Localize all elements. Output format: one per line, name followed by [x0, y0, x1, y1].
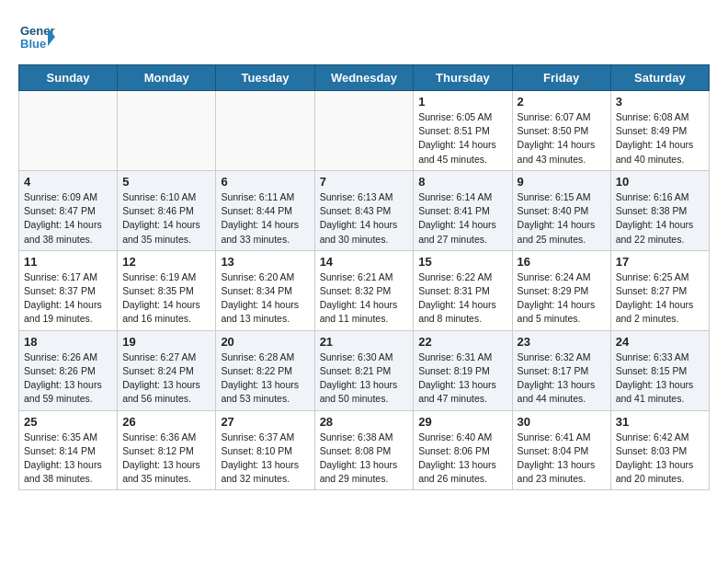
week-row-1: 1Sunrise: 6:05 AM Sunset: 8:51 PM Daylig…: [19, 91, 710, 171]
calendar-cell: [314, 91, 414, 171]
day-info: Sunrise: 6:15 AM Sunset: 8:40 PM Dayligh…: [518, 190, 606, 247]
calendar-cell: 20Sunrise: 6:28 AM Sunset: 8:22 PM Dayli…: [216, 330, 314, 410]
calendar-cell: 30Sunrise: 6:41 AM Sunset: 8:04 PM Dayli…: [512, 410, 610, 490]
week-row-3: 11Sunrise: 6:17 AM Sunset: 8:37 PM Dayli…: [19, 250, 710, 330]
calendar-cell: 14Sunrise: 6:21 AM Sunset: 8:32 PM Dayli…: [314, 250, 414, 330]
calendar-cell: 5Sunrise: 6:10 AM Sunset: 8:46 PM Daylig…: [118, 170, 216, 250]
day-number: 7: [320, 175, 409, 189]
day-number: 31: [616, 415, 704, 429]
calendar-cell: [216, 91, 314, 171]
day-number: 28: [320, 415, 409, 429]
calendar-cell: 25Sunrise: 6:35 AM Sunset: 8:14 PM Dayli…: [19, 410, 118, 490]
day-info: Sunrise: 6:08 AM Sunset: 8:49 PM Dayligh…: [616, 110, 704, 167]
calendar-cell: 16Sunrise: 6:24 AM Sunset: 8:29 PM Dayli…: [512, 250, 610, 330]
calendar-cell: 12Sunrise: 6:19 AM Sunset: 8:35 PM Dayli…: [118, 250, 216, 330]
day-number: 5: [122, 175, 210, 189]
day-number: 29: [418, 415, 506, 429]
day-number: 4: [24, 175, 112, 189]
day-info: Sunrise: 6:17 AM Sunset: 8:37 PM Dayligh…: [24, 270, 112, 327]
calendar-cell: 27Sunrise: 6:37 AM Sunset: 8:10 PM Dayli…: [216, 410, 314, 490]
day-number: 10: [616, 175, 704, 189]
weekday-header-thursday: Thursday: [414, 65, 512, 91]
calendar-cell: 2Sunrise: 6:07 AM Sunset: 8:50 PM Daylig…: [512, 91, 610, 171]
weekday-header-row: SundayMondayTuesdayWednesdayThursdayFrid…: [19, 65, 710, 91]
day-info: Sunrise: 6:36 AM Sunset: 8:12 PM Dayligh…: [122, 431, 210, 487]
day-number: 26: [122, 415, 210, 429]
day-info: Sunrise: 6:21 AM Sunset: 8:32 PM Dayligh…: [320, 270, 409, 327]
day-number: 23: [518, 335, 606, 349]
day-info: Sunrise: 6:27 AM Sunset: 8:24 PM Dayligh…: [122, 350, 210, 407]
day-info: Sunrise: 6:31 AM Sunset: 8:19 PM Dayligh…: [418, 350, 506, 407]
day-info: Sunrise: 6:32 AM Sunset: 8:17 PM Dayligh…: [518, 350, 606, 407]
day-number: 6: [221, 175, 309, 189]
week-row-2: 4Sunrise: 6:09 AM Sunset: 8:47 PM Daylig…: [19, 170, 710, 250]
day-number: 16: [518, 255, 606, 269]
calendar-cell: 3Sunrise: 6:08 AM Sunset: 8:49 PM Daylig…: [610, 91, 709, 171]
calendar-cell: 9Sunrise: 6:15 AM Sunset: 8:40 PM Daylig…: [512, 170, 610, 250]
day-number: 19: [122, 335, 210, 349]
calendar-cell: 19Sunrise: 6:27 AM Sunset: 8:24 PM Dayli…: [118, 330, 216, 410]
day-number: 27: [221, 415, 309, 429]
calendar-cell: 17Sunrise: 6:25 AM Sunset: 8:27 PM Dayli…: [610, 250, 709, 330]
calendar-cell: 31Sunrise: 6:42 AM Sunset: 8:03 PM Dayli…: [610, 410, 709, 490]
day-number: 30: [518, 415, 606, 429]
day-info: Sunrise: 6:41 AM Sunset: 8:04 PM Dayligh…: [518, 431, 606, 487]
calendar-cell: 22Sunrise: 6:31 AM Sunset: 8:19 PM Dayli…: [414, 330, 512, 410]
day-info: Sunrise: 6:33 AM Sunset: 8:15 PM Dayligh…: [616, 350, 704, 407]
calendar-cell: 10Sunrise: 6:16 AM Sunset: 8:38 PM Dayli…: [610, 170, 709, 250]
weekday-header-wednesday: Wednesday: [314, 65, 414, 91]
day-number: 13: [221, 255, 309, 269]
week-row-5: 25Sunrise: 6:35 AM Sunset: 8:14 PM Dayli…: [19, 410, 710, 490]
logo: General Blue: [18, 18, 60, 55]
calendar-cell: [118, 91, 216, 171]
day-info: Sunrise: 6:28 AM Sunset: 8:22 PM Dayligh…: [221, 350, 309, 407]
day-info: Sunrise: 6:13 AM Sunset: 8:43 PM Dayligh…: [320, 190, 409, 247]
day-info: Sunrise: 6:26 AM Sunset: 8:26 PM Dayligh…: [24, 350, 112, 407]
day-number: 20: [221, 335, 309, 349]
day-number: 2: [518, 95, 606, 109]
calendar-cell: 28Sunrise: 6:38 AM Sunset: 8:08 PM Dayli…: [314, 410, 414, 490]
weekday-header-friday: Friday: [512, 65, 610, 91]
svg-text:Blue: Blue: [20, 37, 46, 51]
day-info: Sunrise: 6:16 AM Sunset: 8:38 PM Dayligh…: [616, 190, 704, 247]
day-number: 17: [616, 255, 704, 269]
day-number: 14: [320, 255, 409, 269]
day-number: 3: [616, 95, 704, 109]
day-number: 9: [518, 175, 606, 189]
weekday-header-monday: Monday: [118, 65, 216, 91]
day-number: 24: [616, 335, 704, 349]
day-info: Sunrise: 6:38 AM Sunset: 8:08 PM Dayligh…: [320, 431, 409, 487]
day-number: 8: [418, 175, 506, 189]
calendar-cell: 23Sunrise: 6:32 AM Sunset: 8:17 PM Dayli…: [512, 330, 610, 410]
day-info: Sunrise: 6:30 AM Sunset: 8:21 PM Dayligh…: [320, 350, 409, 407]
day-info: Sunrise: 6:35 AM Sunset: 8:14 PM Dayligh…: [24, 431, 112, 487]
day-number: 15: [418, 255, 506, 269]
calendar-cell: 11Sunrise: 6:17 AM Sunset: 8:37 PM Dayli…: [19, 250, 118, 330]
week-row-4: 18Sunrise: 6:26 AM Sunset: 8:26 PM Dayli…: [19, 330, 710, 410]
weekday-header-tuesday: Tuesday: [216, 65, 314, 91]
day-info: Sunrise: 6:25 AM Sunset: 8:27 PM Dayligh…: [616, 270, 704, 327]
day-number: 22: [418, 335, 506, 349]
calendar-cell: 29Sunrise: 6:40 AM Sunset: 8:06 PM Dayli…: [414, 410, 512, 490]
day-number: 18: [24, 335, 112, 349]
calendar-cell: 26Sunrise: 6:36 AM Sunset: 8:12 PM Dayli…: [118, 410, 216, 490]
calendar-cell: 4Sunrise: 6:09 AM Sunset: 8:47 PM Daylig…: [19, 170, 118, 250]
calendar-cell: 8Sunrise: 6:14 AM Sunset: 8:41 PM Daylig…: [414, 170, 512, 250]
calendar-cell: 24Sunrise: 6:33 AM Sunset: 8:15 PM Dayli…: [610, 330, 709, 410]
weekday-header-saturday: Saturday: [610, 65, 709, 91]
day-info: Sunrise: 6:10 AM Sunset: 8:46 PM Dayligh…: [122, 190, 210, 247]
day-number: 21: [320, 335, 409, 349]
calendar-cell: 13Sunrise: 6:20 AM Sunset: 8:34 PM Dayli…: [216, 250, 314, 330]
day-info: Sunrise: 6:40 AM Sunset: 8:06 PM Dayligh…: [418, 431, 506, 487]
day-number: 11: [24, 255, 112, 269]
day-info: Sunrise: 6:19 AM Sunset: 8:35 PM Dayligh…: [122, 270, 210, 327]
logo-icon: General Blue: [18, 18, 55, 55]
day-number: 12: [122, 255, 210, 269]
day-number: 1: [418, 95, 506, 109]
day-info: Sunrise: 6:09 AM Sunset: 8:47 PM Dayligh…: [24, 190, 112, 247]
day-info: Sunrise: 6:24 AM Sunset: 8:29 PM Dayligh…: [518, 270, 606, 327]
calendar-table: SundayMondayTuesdayWednesdayThursdayFrid…: [18, 64, 710, 490]
day-info: Sunrise: 6:42 AM Sunset: 8:03 PM Dayligh…: [616, 431, 704, 487]
day-info: Sunrise: 6:05 AM Sunset: 8:51 PM Dayligh…: [418, 110, 506, 167]
calendar-cell: 21Sunrise: 6:30 AM Sunset: 8:21 PM Dayli…: [314, 330, 414, 410]
